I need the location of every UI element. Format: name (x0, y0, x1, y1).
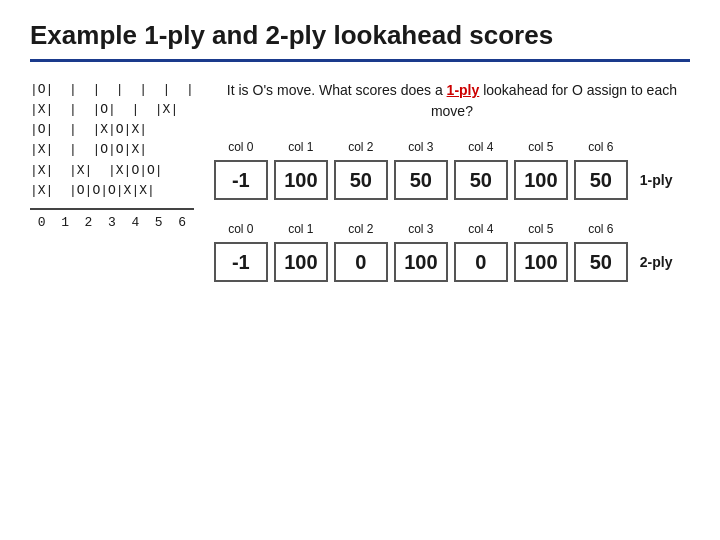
ply1-cell-0: -1 (214, 160, 268, 200)
ply2-cell-6: 50 (574, 242, 628, 282)
ply2-cell-1: 100 (274, 242, 328, 282)
ply1-label: 1-ply (640, 172, 673, 188)
ply1-col-header-5: col 5 (514, 140, 568, 154)
ply2-score-wrapper: -1 100 0 100 0 100 50 2-ply (214, 242, 690, 282)
ply1-score-wrapper: -1 100 50 50 50 100 50 1-ply (214, 160, 690, 200)
ply2-cell-3: 100 (394, 242, 448, 282)
ply2-col-header-6: col 6 (574, 222, 628, 236)
board-display: |O| | | | | | | |X| | |O| | |X| |O| | |X… (30, 80, 194, 201)
board-separator (30, 208, 194, 210)
ply2-cell-5: 100 (514, 242, 568, 282)
ply1-col-header-0: col 0 (214, 140, 268, 154)
ply2-col-header-5: col 5 (514, 222, 568, 236)
ply2-cell-0: -1 (214, 242, 268, 282)
ply1-cell-3: 50 (394, 160, 448, 200)
main-content: |O| | | | | | | |X| | |O| | |X| |O| | |X… (30, 80, 690, 282)
ply2-label: 2-ply (640, 254, 673, 270)
page: Example 1-ply and 2-ply lookahead scores… (0, 0, 720, 540)
ply2-col-header-1: col 1 (274, 222, 328, 236)
col-numbers: 0 1 2 3 4 5 6 (30, 215, 186, 230)
scores-section: col 0 col 1 col 2 col 3 col 4 col 5 col … (214, 140, 690, 282)
right-panel: It is O's move. What scores does a 1-ply… (214, 80, 690, 282)
ply1-col-headers: col 0 col 1 col 2 col 3 col 4 col 5 col … (214, 140, 690, 154)
ply1-col-header-3: col 3 (394, 140, 448, 154)
ply1-col-header-6: col 6 (574, 140, 628, 154)
board-panel: |O| | | | | | | |X| | |O| | |X| |O| | |X… (30, 80, 194, 230)
ply1-row: col 0 col 1 col 2 col 3 col 4 col 5 col … (214, 140, 690, 200)
ply2-cell-2: 0 (334, 242, 388, 282)
ply1-col-header-2: col 2 (334, 140, 388, 154)
ply1-cell-5: 100 (514, 160, 568, 200)
ply1-cell-4: 50 (454, 160, 508, 200)
ply2-col-header-0: col 0 (214, 222, 268, 236)
ply2-row: col 0 col 1 col 2 col 3 col 4 col 5 col … (214, 222, 690, 282)
ply2-score-cells: -1 100 0 100 0 100 50 (214, 242, 628, 282)
divider-line (30, 59, 690, 62)
ply1-cell-6: 50 (574, 160, 628, 200)
ply2-col-header-3: col 3 (394, 222, 448, 236)
ply2-col-header-4: col 4 (454, 222, 508, 236)
ply2-cell-4: 0 (454, 242, 508, 282)
ply1-cell-1: 100 (274, 160, 328, 200)
ply2-col-headers: col 0 col 1 col 2 col 3 col 4 col 5 col … (214, 222, 690, 236)
question-line1: It is O's move. What scores does a (227, 82, 447, 98)
ply2-col-header-2: col 2 (334, 222, 388, 236)
page-title: Example 1-ply and 2-ply lookahead scores (30, 20, 690, 51)
question-text: It is O's move. What scores does a 1-ply… (214, 80, 690, 122)
ply1-score-cells: -1 100 50 50 50 100 50 (214, 160, 628, 200)
ply1-col-header-1: col 1 (274, 140, 328, 154)
ply1-col-header-4: col 4 (454, 140, 508, 154)
ply1-cell-2: 50 (334, 160, 388, 200)
question-highlight: 1-ply (447, 82, 480, 98)
